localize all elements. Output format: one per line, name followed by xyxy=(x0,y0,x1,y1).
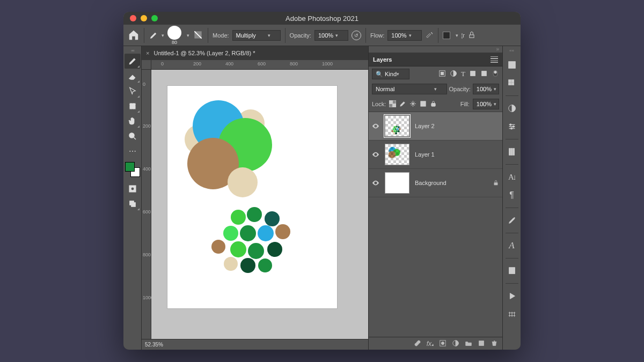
layer-fill-field[interactable]: 100%▾ xyxy=(473,99,499,109)
layer-row[interactable]: Background xyxy=(369,169,502,197)
link-layers-button[interactable] xyxy=(414,339,421,348)
dock-divider xyxy=(506,139,518,139)
filter-toggle-switch[interactable] xyxy=(492,70,499,78)
color-swatches[interactable] xyxy=(125,162,140,177)
share-icon[interactable] xyxy=(468,31,475,40)
brush-picker-chevron[interactable]: ▾ xyxy=(187,33,189,38)
document-tab-title[interactable]: Untitled-1 @ 52.3% (Layer 2, RGB/8) * xyxy=(153,50,255,56)
layer-visibility-toggle[interactable] xyxy=(372,122,379,130)
minimize-window-button[interactable] xyxy=(141,15,147,21)
screen-mode-button[interactable] xyxy=(125,196,141,211)
layer-blend-mode[interactable]: Normal▾ xyxy=(372,84,447,94)
pressure-opacity-button[interactable]: ↺ xyxy=(352,31,361,40)
ruler-tick: 400 xyxy=(225,61,233,67)
filter-type-icon[interactable]: T xyxy=(461,70,465,78)
character-panel-icon[interactable]: A| xyxy=(505,170,519,184)
timeline-panel-icon[interactable] xyxy=(505,307,519,321)
adjustments-panel-icon[interactable] xyxy=(505,101,519,115)
svg-point-1 xyxy=(431,32,431,33)
filter-smart-icon[interactable] xyxy=(480,70,488,78)
layer-thumbnail[interactable] xyxy=(385,172,409,194)
layer-visibility-toggle[interactable] xyxy=(372,151,379,158)
blend-mode-select[interactable]: Multiply▾ xyxy=(232,30,281,41)
svg-point-61 xyxy=(441,342,444,344)
panel-collapse-button[interactable]: » xyxy=(369,46,502,53)
history-panel-icon[interactable] xyxy=(505,264,519,278)
svg-point-55 xyxy=(395,132,397,135)
close-window-button[interactable] xyxy=(130,15,136,21)
quick-mask-button[interactable] xyxy=(125,181,141,196)
dock-divider xyxy=(506,164,518,165)
group-button[interactable] xyxy=(465,339,472,348)
eraser-tool[interactable] xyxy=(125,69,141,84)
panel-menu-button[interactable] xyxy=(491,56,498,63)
marquee-tool[interactable] xyxy=(125,99,141,114)
layer-visibility-toggle[interactable] xyxy=(372,179,379,187)
ruler-origin[interactable] xyxy=(142,60,151,70)
adjustment-layer-button[interactable] xyxy=(452,339,459,348)
maximize-window-button[interactable] xyxy=(151,15,158,21)
zoom-tool[interactable] xyxy=(125,129,141,144)
filter-kind-value: Kind xyxy=(385,71,397,77)
opacity-field[interactable]: 100%▾ xyxy=(314,30,348,41)
svg-point-49 xyxy=(399,128,401,130)
actions-panel-icon[interactable] xyxy=(505,289,519,303)
new-layer-button[interactable] xyxy=(478,339,485,348)
foreground-color-swatch[interactable] xyxy=(125,162,135,172)
swatches-panel-icon[interactable] xyxy=(505,76,519,90)
canvas[interactable] xyxy=(167,86,337,308)
dock-divider xyxy=(506,283,518,284)
properties-panel-icon[interactable] xyxy=(505,120,519,134)
lock-transparent-icon[interactable] xyxy=(389,100,396,108)
svg-point-21 xyxy=(258,225,274,241)
filter-shape-icon[interactable] xyxy=(469,70,477,78)
move-tool[interactable] xyxy=(125,84,141,99)
brush-tool[interactable] xyxy=(125,54,141,69)
ruler-horizontal[interactable]: 0 200 400 600 800 1000 xyxy=(142,60,368,70)
smoothing-chevron[interactable]: ▾ xyxy=(456,33,458,38)
close-tab-button[interactable]: × xyxy=(146,50,149,56)
layer-mask-button[interactable] xyxy=(439,339,447,348)
smoothing-checkbox[interactable] xyxy=(443,32,450,39)
libraries-panel-icon[interactable] xyxy=(505,145,519,159)
brushes-panel-icon[interactable] xyxy=(505,213,519,227)
layer-name[interactable]: Background xyxy=(415,180,487,186)
edit-toolbar-button[interactable]: ⋯ xyxy=(125,144,141,159)
hand-tool[interactable] xyxy=(125,114,141,129)
filter-adjustment-icon[interactable] xyxy=(450,70,457,78)
layer-opacity-field[interactable]: 100%▾ xyxy=(473,84,499,94)
layer-thumbnail[interactable] xyxy=(385,144,409,165)
brush-preview[interactable]: 80 xyxy=(167,26,181,45)
lock-artboard-icon[interactable] xyxy=(420,100,427,108)
airbrush-button[interactable] xyxy=(425,31,434,40)
filter-pixel-icon[interactable] xyxy=(438,70,446,78)
layer-thumbnail[interactable] xyxy=(385,115,409,137)
layer-style-button[interactable]: fx▴ xyxy=(427,340,434,348)
layer-name[interactable]: Layer 2 xyxy=(415,123,499,129)
canvas-viewport[interactable] xyxy=(151,70,368,339)
glyphs-panel-icon[interactable]: A xyxy=(505,239,519,253)
color-panel-icon[interactable] xyxy=(505,58,519,72)
ruler-tick: 600 xyxy=(258,61,266,67)
lock-pixels-icon[interactable] xyxy=(399,100,406,108)
layer-row[interactable]: Layer 1 xyxy=(369,141,502,169)
lock-position-icon[interactable] xyxy=(409,100,416,108)
delete-layer-button[interactable] xyxy=(491,339,498,348)
paragraph-panel-icon[interactable]: ¶ xyxy=(505,188,519,202)
layer-row[interactable]: Layer 2 xyxy=(369,112,502,141)
layers-panel-tab[interactable]: Layers xyxy=(369,53,502,67)
layer-filter-kind[interactable]: 🔍Kind▾ xyxy=(372,69,409,79)
ruler-vertical[interactable]: 0 200 400 600 800 1000 xyxy=(142,70,151,339)
ruler-tick: 800 xyxy=(290,61,298,67)
home-button[interactable] xyxy=(128,29,140,42)
zoom-status[interactable]: 52.35% xyxy=(145,342,163,348)
svg-rect-77 xyxy=(509,269,515,274)
tool-preset-picker[interactable]: ▾ xyxy=(149,31,164,40)
brush-panel-toggle[interactable] xyxy=(193,29,203,41)
symmetry-button[interactable]: ¦г xyxy=(462,32,465,39)
layer-name[interactable]: Layer 1 xyxy=(415,151,499,158)
dock-handle[interactable]: «« xyxy=(509,48,514,54)
toolbox-handle[interactable]: «« xyxy=(131,48,134,54)
lock-all-icon[interactable] xyxy=(430,100,437,108)
flow-field[interactable]: 100%▾ xyxy=(387,30,421,41)
